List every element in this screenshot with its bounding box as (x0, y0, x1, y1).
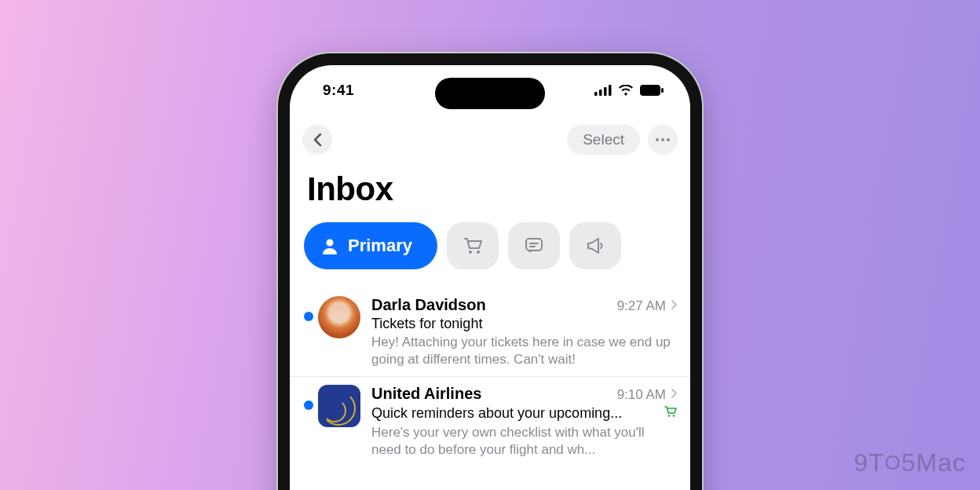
device-frame: 9:41 (278, 53, 702, 490)
svg-point-10 (469, 250, 472, 254)
select-button-label: Select (583, 131, 624, 148)
svg-rect-1 (599, 90, 602, 96)
watermark-9to5mac: 9TO5Mac (854, 448, 966, 477)
nav-bar: Select (290, 122, 690, 158)
page-title: Inbox (307, 170, 393, 208)
tab-primary[interactable]: Primary (304, 222, 437, 269)
svg-point-6 (656, 138, 659, 141)
tab-promotions[interactable] (569, 222, 621, 269)
message-item[interactable]: United Airlines 9:10 AM Quick reminders … (290, 377, 690, 466)
chevron-left-icon (313, 133, 322, 147)
svg-rect-0 (594, 92, 598, 96)
status-time: 9:41 (323, 82, 354, 99)
message-list: Darla Davidson 9:27 AM Tickets for tonig… (290, 288, 690, 466)
person-icon (321, 237, 338, 254)
message-sender: Darla Davidson (371, 296, 617, 314)
wifi-icon (618, 85, 634, 96)
message-sender: United Airlines (371, 385, 617, 403)
svg-point-11 (477, 250, 480, 254)
more-button[interactable] (648, 125, 678, 155)
message-icon (523, 235, 545, 257)
svg-rect-4 (640, 85, 660, 96)
avatar (318, 385, 360, 427)
megaphone-icon (584, 235, 606, 257)
message-subject: Quick reminders about your upcoming... (371, 404, 678, 422)
cellular-icon (594, 85, 612, 96)
svg-rect-5 (661, 88, 664, 93)
message-preview: Hey! Attaching your tickets here in case… (371, 334, 678, 368)
message-subject: Tickets for tonight (371, 316, 678, 332)
tab-updates[interactable] (508, 222, 560, 269)
svg-point-16 (673, 415, 675, 417)
select-button[interactable]: Select (567, 125, 640, 155)
tab-shopping[interactable] (447, 222, 499, 269)
svg-point-7 (661, 138, 664, 141)
unread-dot (304, 312, 313, 321)
chevron-right-icon (671, 388, 678, 402)
message-item[interactable]: Darla Davidson 9:27 AM Tickets for tonig… (290, 288, 690, 377)
tab-primary-label: Primary (348, 236, 412, 256)
chevron-right-icon (671, 299, 678, 313)
unread-dot (304, 400, 313, 410)
cart-icon (462, 235, 484, 257)
svg-rect-3 (609, 85, 612, 96)
svg-point-9 (327, 240, 334, 247)
message-time: 9:10 AM (617, 387, 666, 403)
svg-rect-2 (604, 87, 607, 96)
svg-point-15 (668, 415, 671, 417)
svg-point-8 (667, 138, 670, 141)
dynamic-island (435, 78, 545, 109)
message-preview: Here's your very own checklist with what… (371, 424, 678, 459)
shopping-badge-icon (664, 404, 678, 422)
category-tabs: Primary (304, 222, 676, 269)
avatar (318, 296, 360, 338)
ellipsis-icon (656, 138, 670, 141)
back-button[interactable] (302, 125, 332, 155)
battery-icon (640, 85, 664, 96)
message-time: 9:27 AM (617, 298, 666, 314)
svg-rect-12 (526, 239, 542, 250)
